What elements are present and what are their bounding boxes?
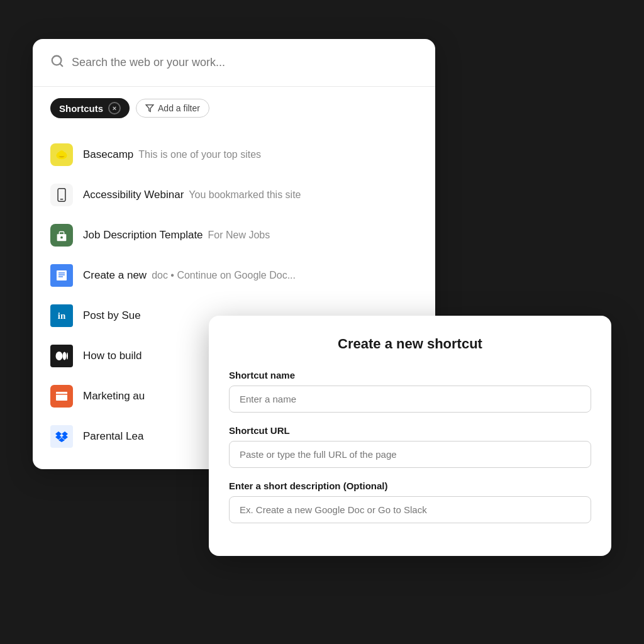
item-icon-medium (50, 345, 73, 367)
item-text-basecamp: Basecamp This is one of your top sites (83, 148, 418, 161)
item-title: Parental Lea (83, 430, 143, 443)
svg-rect-10 (59, 232, 64, 235)
shortcut-name-label: Shortcut name (229, 370, 591, 380)
item-title: Basecamp (83, 148, 133, 161)
item-text-job: Job Description Template For New Jobs (83, 229, 418, 242)
item-icon-basecamp (50, 143, 73, 166)
item-title: Create a new (83, 269, 147, 282)
add-filter-label: Add a filter (158, 103, 200, 113)
svg-rect-20 (56, 392, 67, 401)
filter-row: Shortcuts × Add a filter (33, 87, 435, 130)
item-title: Job Description Template (83, 229, 203, 242)
shortcuts-label: Shortcuts (59, 103, 103, 114)
item-icon-job (50, 224, 73, 247)
shortcut-desc-input[interactable] (229, 496, 591, 523)
item-text-accessibility: Accessibility Webinar You bookmarked thi… (83, 189, 418, 201)
search-header (33, 39, 435, 87)
svg-rect-13 (57, 270, 67, 280)
list-item[interactable]: Job Description Template For New Jobs (33, 215, 435, 255)
shortcut-url-group: Shortcut URL (229, 425, 591, 468)
shortcut-desc-group: Enter a short description (Optional) (229, 480, 591, 523)
svg-marker-2 (146, 105, 153, 112)
add-filter-button[interactable]: Add a filter (136, 99, 209, 118)
svg-line-1 (60, 64, 62, 66)
item-icon-marketing (50, 385, 73, 408)
search-icon (50, 54, 64, 71)
item-subtitle: doc • Continue on Google Doc... (152, 270, 296, 281)
item-title: Accessibility Webinar (83, 189, 184, 201)
item-title: Post by Sue (83, 309, 141, 322)
shortcut-url-label: Shortcut URL (229, 425, 591, 436)
list-item[interactable]: Basecamp This is one of your top sites (33, 135, 435, 175)
shortcut-desc-label: Enter a short description (Optional) (229, 480, 591, 491)
list-item[interactable]: Accessibility Webinar You bookmarked thi… (33, 175, 435, 215)
shortcut-name-group: Shortcut name (229, 370, 591, 413)
item-subtitle: For New Jobs (208, 230, 270, 241)
shortcuts-badge[interactable]: Shortcuts × (50, 98, 130, 118)
item-subtitle: You bookmarked this site (189, 189, 301, 201)
badge-close-button[interactable]: × (108, 102, 121, 114)
svg-point-17 (56, 352, 63, 360)
create-shortcut-modal: Create a new shortcut Shortcut name Shor… (209, 316, 611, 556)
svg-point-6 (59, 150, 65, 156)
item-text-create: Create a new doc • Continue on Google Do… (83, 269, 418, 282)
item-title: How to build (83, 350, 142, 362)
item-icon-gdoc (50, 264, 73, 287)
modal-title: Create a new shortcut (229, 336, 591, 352)
shortcut-name-input[interactable] (229, 386, 591, 413)
shortcut-url-input[interactable] (229, 441, 591, 468)
item-icon-dropbox (50, 425, 73, 448)
item-subtitle: This is one of your top sites (138, 149, 261, 160)
list-item[interactable]: Create a new doc • Continue on Google Do… (33, 255, 435, 296)
svg-point-11 (60, 236, 63, 239)
item-title: Marketing au (83, 390, 145, 402)
svg-point-18 (63, 352, 67, 360)
item-icon-accessibility (50, 184, 73, 206)
search-input[interactable] (72, 56, 418, 69)
svg-point-19 (67, 353, 68, 360)
item-icon-linkedin: in (50, 304, 73, 327)
